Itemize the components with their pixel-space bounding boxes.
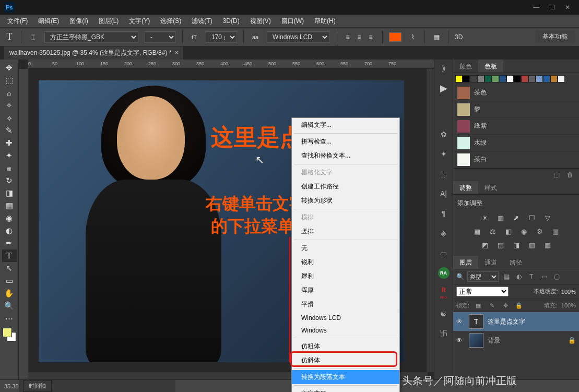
- tab-color[interactable]: 颜色: [453, 60, 478, 73]
- layer-kind-select[interactable]: 类型: [467, 271, 499, 282]
- palette-swatch[interactable]: [463, 75, 470, 82]
- font-style-select[interactable]: -: [145, 31, 176, 43]
- ctx-edit-text[interactable]: 编辑文字...: [292, 118, 399, 132]
- menu-select[interactable]: 选择(S): [155, 17, 186, 26]
- layer-item-text[interactable]: 👁 T 这里是点文字: [453, 312, 579, 331]
- palette-swatch[interactable]: [506, 75, 514, 82]
- type-tool-icon[interactable]: T: [2, 250, 17, 262]
- swatch-item[interactable]: 水绿: [453, 135, 579, 151]
- menu-3d[interactable]: 3D(D): [218, 17, 245, 25]
- shape-tool-icon[interactable]: ▭: [2, 275, 17, 287]
- menu-help[interactable]: 帮助(H): [309, 17, 341, 26]
- scrollbar-vertical[interactable]: [427, 69, 434, 372]
- gradient-tool-icon[interactable]: ▦: [2, 199, 17, 212]
- palette-swatch[interactable]: [477, 75, 485, 82]
- r-pro-plugin-icon[interactable]: RPRO: [440, 287, 447, 300]
- filter-adjust-icon[interactable]: ◐: [514, 272, 524, 281]
- ctx-aa-sharp[interactable]: 锐利: [292, 255, 399, 269]
- filter-icon[interactable]: 🔍: [456, 273, 464, 280]
- ctx-aa-win[interactable]: Windows: [292, 324, 399, 337]
- swatch-item[interactable]: 茶白: [453, 151, 579, 168]
- ctx-rasterize[interactable]: 栅格化文字: [292, 165, 399, 180]
- menu-view[interactable]: 视图(V): [245, 17, 276, 26]
- text-orient-icon[interactable]: ⌶: [28, 32, 38, 42]
- stamp-tool-icon[interactable]: ⎈: [2, 162, 17, 174]
- layer-name[interactable]: 背景: [488, 336, 500, 345]
- ctx-warp-text[interactable]: 文字变形...: [292, 387, 399, 392]
- hand-tool-icon[interactable]: ✋: [2, 287, 17, 300]
- align-left-icon[interactable]: ≡: [342, 32, 353, 42]
- lock-transparency-icon[interactable]: ▦: [474, 301, 483, 310]
- blend-mode-select[interactable]: 正常: [456, 287, 509, 296]
- ruler-horizontal[interactable]: 0501001502002503003504004505005506006507…: [28, 60, 434, 69]
- expand-panels-icon[interactable]: ⟫: [438, 63, 450, 74]
- palette-swatch[interactable]: [514, 75, 521, 82]
- lock-position-icon[interactable]: ✥: [501, 301, 510, 310]
- tab-paths[interactable]: 路径: [503, 256, 528, 269]
- swatch-item[interactable]: 黎: [453, 101, 579, 118]
- tab-layers[interactable]: 图层: [453, 256, 478, 269]
- tab-styles[interactable]: 样式: [478, 181, 503, 194]
- brightness-icon[interactable]: ☀: [480, 213, 490, 222]
- vibrance-icon[interactable]: ▽: [542, 213, 553, 222]
- font-size-select[interactable]: 170 点: [206, 31, 237, 43]
- tab-swatches[interactable]: 色板: [478, 60, 503, 73]
- ctx-to-paragraph[interactable]: 转换为段落文本: [292, 370, 399, 384]
- visibility-icon[interactable]: 👁: [456, 318, 465, 325]
- document-tab[interactable]: wallhaven-350125.jpg @ 35.4% (这里是点文字, RG…: [4, 46, 183, 60]
- close-tab-icon[interactable]: ×: [174, 49, 178, 56]
- pen-tool-icon[interactable]: ✒: [2, 237, 17, 250]
- ctx-vertical[interactable]: 竖排: [292, 224, 399, 239]
- opacity-value[interactable]: 100%: [561, 289, 576, 295]
- palette-swatch[interactable]: [485, 75, 492, 82]
- timeline-button[interactable]: 时间轴: [23, 380, 52, 392]
- ctx-aa-strong[interactable]: 浑厚: [292, 283, 399, 298]
- om-plugin-icon[interactable]: 卐: [438, 328, 450, 339]
- palette-swatch[interactable]: [550, 75, 558, 82]
- warp-text-icon[interactable]: ⌇: [408, 32, 418, 42]
- blur-tool-icon[interactable]: ◉: [2, 212, 17, 224]
- levels-icon[interactable]: ▥: [495, 213, 506, 222]
- workspace-switcher[interactable]: 基本功能: [535, 30, 575, 43]
- ctx-aa-crisp[interactable]: 犀利: [292, 269, 399, 283]
- ruler-vertical[interactable]: [19, 69, 28, 379]
- filter-pixel-icon[interactable]: ▦: [502, 272, 511, 281]
- palette-swatch[interactable]: [470, 75, 477, 82]
- ra-plugin-icon[interactable]: RA: [438, 267, 450, 279]
- crop-tool-icon[interactable]: ⟡: [2, 112, 17, 124]
- threshold-icon[interactable]: ◨: [511, 240, 522, 250]
- mixer-icon[interactable]: ⚙: [535, 227, 545, 236]
- swatch-item[interactable]: 绛紫: [453, 118, 579, 135]
- yin-yang-plugin-icon[interactable]: ☯: [438, 308, 450, 319]
- close-button[interactable]: ✕: [560, 2, 575, 13]
- eyedropper-tool-icon[interactable]: ✎: [2, 124, 17, 137]
- brush-panel-icon[interactable]: ✿: [438, 128, 450, 140]
- menu-layer[interactable]: 图层(L): [93, 17, 124, 26]
- palette-swatch[interactable]: [499, 75, 506, 82]
- ctx-aa-smooth[interactable]: 平滑: [292, 298, 399, 312]
- align-right-icon[interactable]: ≡: [365, 32, 376, 42]
- fill-value[interactable]: 100%: [561, 302, 576, 308]
- filter-type-icon[interactable]: T: [527, 272, 536, 281]
- minimize-button[interactable]: —: [529, 2, 543, 13]
- device-preview-icon[interactable]: ▭: [438, 247, 450, 259]
- type-tool-icon[interactable]: T: [4, 32, 15, 42]
- filter-smart-icon[interactable]: ▢: [552, 272, 561, 281]
- history-panel-icon[interactable]: ▶: [438, 82, 450, 94]
- filter-shape-icon[interactable]: ▭: [539, 272, 549, 281]
- selective-icon[interactable]: ▦: [542, 240, 553, 250]
- clone-source-icon[interactable]: ⬚: [438, 168, 450, 180]
- panels-icon[interactable]: ▦: [431, 32, 442, 42]
- invert-icon[interactable]: ◩: [480, 240, 490, 250]
- new-swatch-icon[interactable]: ⬚: [552, 171, 561, 179]
- text-color-swatch[interactable]: [389, 32, 401, 42]
- exposure-icon[interactable]: ☐: [527, 213, 537, 222]
- path-select-icon[interactable]: ↖: [2, 262, 17, 275]
- eraser-tool-icon[interactable]: ◨: [2, 187, 17, 199]
- menu-edit[interactable]: 编辑(E): [33, 17, 64, 26]
- zoom-tool-icon[interactable]: 🔍: [2, 300, 17, 312]
- tab-adjustments[interactable]: 调整: [453, 181, 478, 194]
- ctx-find-replace[interactable]: 查找和替换文本...: [292, 149, 399, 163]
- character-panel-icon[interactable]: A|: [438, 188, 450, 199]
- menu-file[interactable]: 文件(F): [2, 17, 33, 26]
